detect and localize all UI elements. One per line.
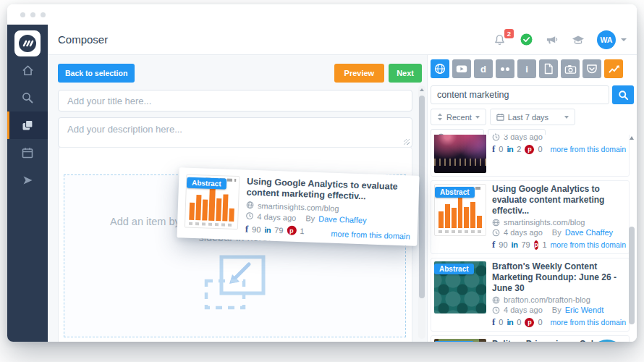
sort-filter[interactable]: Recent	[431, 109, 486, 125]
preview-button[interactable]: Preview	[334, 64, 385, 83]
source-photos-icon[interactable]	[561, 59, 580, 78]
facebook-icon: f	[492, 316, 495, 328]
more-from-domain-link[interactable]: more from this domain	[551, 240, 626, 249]
clock-icon	[492, 306, 500, 314]
notifications-button[interactable]: 2	[493, 33, 506, 46]
date-filter-label: Last 7 days	[508, 113, 548, 122]
result-item[interactable]: Abstract Brafton's Weekly Content Market…	[431, 258, 630, 332]
source-youtube-icon[interactable]	[452, 59, 471, 78]
result-domain: smartinsights.com/blog	[504, 218, 585, 227]
sidebar-item-content[interactable]	[7, 111, 48, 139]
facebook-count: 0	[499, 318, 503, 327]
source-web-icon[interactable]	[431, 59, 449, 78]
sidebar-item-publish[interactable]	[7, 167, 48, 194]
home-icon	[21, 64, 35, 77]
check-circle-icon	[520, 33, 533, 46]
result-title: Using Google Analytics to evaluate conte…	[492, 184, 626, 216]
date-filter[interactable]: Last 7 days	[490, 109, 575, 125]
app-logo[interactable]	[14, 30, 41, 56]
status-ok-indicator[interactable]	[520, 33, 533, 46]
account-menu-caret[interactable]	[621, 38, 627, 41]
abstract-badge: Abstract	[187, 177, 226, 190]
scrollbar-thumb[interactable]	[419, 96, 425, 298]
scroll-up-arrow[interactable]	[420, 88, 424, 91]
sort-filter-label: Recent	[446, 113, 472, 122]
result-item[interactable]: librisblog.photoshelter.com 3 days ago f…	[431, 135, 630, 177]
description-input[interactable]	[58, 117, 412, 148]
next-button[interactable]: Next	[389, 64, 422, 83]
search-input[interactable]	[431, 85, 609, 104]
graduation-cap-icon	[571, 34, 585, 46]
result-title: Brafton's Weekly Content Marketing Round…	[492, 261, 626, 294]
source-tabs: d i	[428, 55, 637, 78]
send-icon	[21, 174, 34, 187]
pinterest-icon: p	[525, 318, 534, 327]
source-flickr-icon[interactable]	[496, 59, 514, 78]
facebook-count: 0	[499, 145, 503, 153]
avatar[interactable]: WA	[597, 30, 616, 49]
calendar-icon	[496, 113, 504, 121]
source-dailymotion-icon[interactable]: d	[474, 59, 493, 78]
globe-icon	[492, 219, 500, 227]
globe-icon	[246, 201, 254, 209]
sidebar-item-home[interactable]	[7, 56, 48, 84]
announcements-button[interactable]	[545, 33, 559, 46]
linkedin-icon: in	[512, 240, 518, 249]
search-icon	[21, 91, 34, 104]
dragged-result-card[interactable]: Abstract Using Google Analytics to evalu…	[177, 167, 419, 246]
linkedin-icon: in	[507, 145, 513, 153]
results-scrollbar[interactable]	[629, 135, 635, 340]
facebook-count: 90	[499, 240, 507, 249]
more-from-domain-link[interactable]: more from this domain	[551, 318, 626, 327]
result-item[interactable]: Abstract Using Google Analytics to evalu…	[431, 180, 630, 254]
result-thumbnail: Abstract	[434, 339, 486, 342]
author-link[interactable]: Dave Chaffey	[318, 214, 367, 224]
window-dot[interactable]	[30, 12, 35, 17]
app-header: Composer 2	[48, 25, 637, 55]
pinterest-count: 0	[538, 318, 542, 327]
academy-button[interactable]	[571, 34, 585, 46]
megaphone-icon	[545, 33, 559, 46]
pinterest-count: 1	[542, 240, 546, 249]
source-trends-icon[interactable]	[604, 59, 623, 78]
scrollbar-thumb[interactable]	[629, 227, 635, 324]
pages-icon	[21, 119, 34, 132]
page-title: Composer	[58, 33, 108, 46]
chevron-down-icon	[564, 116, 569, 119]
sidebar	[7, 25, 48, 342]
pinterest-icon: p	[287, 225, 296, 235]
source-info-icon[interactable]: i	[517, 59, 536, 78]
window-dot[interactable]	[20, 12, 25, 17]
linkedin-count: 79	[274, 225, 284, 234]
result-domain: smartinsights.com/blog	[258, 201, 339, 213]
sidebar-item-search[interactable]	[7, 84, 48, 111]
clock-icon	[492, 135, 500, 141]
linkedin-count: 79	[521, 240, 530, 249]
calendar-icon	[21, 146, 34, 159]
scroll-up-arrow[interactable]	[630, 136, 634, 140]
pinterest-icon: p	[534, 240, 539, 250]
result-title: Using Google Analytics to evaluate conte…	[246, 177, 412, 204]
search-button[interactable]	[612, 85, 634, 104]
more-from-domain-link[interactable]: more from this domain	[331, 230, 410, 241]
title-input[interactable]	[58, 90, 412, 111]
window-dot[interactable]	[41, 12, 46, 17]
source-pocket-icon[interactable]	[582, 59, 601, 78]
facebook-icon: f	[245, 223, 249, 235]
facebook-count: 90	[252, 224, 261, 233]
notification-count-badge: 2	[504, 29, 514, 38]
source-documents-icon[interactable]	[539, 59, 558, 78]
pinterest-icon: p	[525, 145, 534, 154]
search-icon	[618, 90, 629, 101]
linkedin-count: 2	[517, 145, 521, 153]
abstract-badge: Abstract	[435, 187, 475, 198]
editor-scrollbar[interactable]	[418, 85, 425, 339]
back-to-selection-button[interactable]: Back to selection	[58, 64, 135, 83]
result-age: 4 days ago	[257, 212, 296, 222]
by-label: By	[552, 306, 562, 314]
sidebar-item-calendar[interactable]	[7, 139, 48, 167]
author-link[interactable]: Dave Chaffey	[565, 228, 613, 237]
more-from-domain-link[interactable]: more from this domain	[551, 145, 626, 153]
linkedin-icon: in	[264, 225, 271, 234]
author-link[interactable]: Eric Wendt	[565, 306, 604, 314]
